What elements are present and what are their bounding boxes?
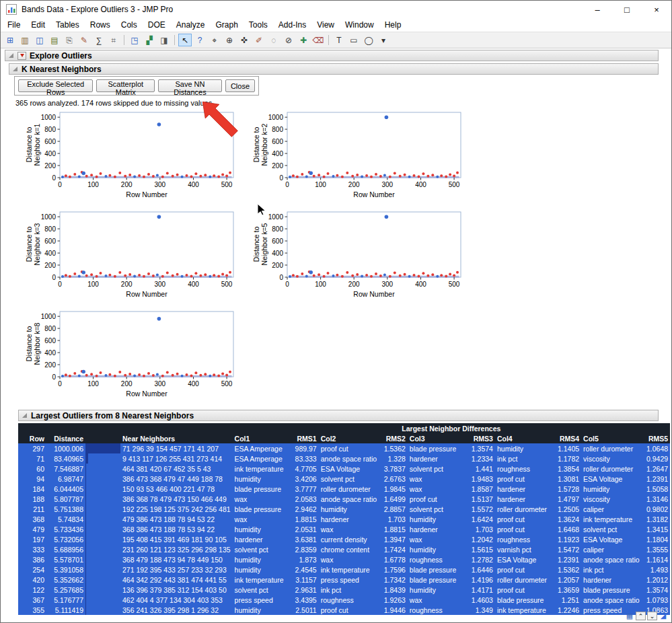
graph-builder-icon[interactable]: ◳: [128, 34, 141, 46]
selection-tool-icon[interactable]: ⊕: [223, 34, 236, 46]
window-list-icon[interactable]: ◨: [157, 34, 171, 46]
col-header-rms2[interactable]: RMS2: [382, 433, 408, 443]
menu-graph[interactable]: Graph: [210, 19, 243, 31]
table-row[interactable]: 7183.409659 413 117 126 255 431 273 414E…: [18, 453, 670, 464]
table-row[interactable]: 946.98747386 473 368 479 47 449 188 78hu…: [18, 474, 670, 484]
menu-cols[interactable]: Cols: [116, 19, 143, 31]
cell-rms5: 1.2012: [643, 575, 670, 585]
col-header-bar[interactable]: [85, 433, 120, 443]
svg-text:Distance to: Distance to: [25, 127, 33, 163]
table-row[interactable]: 3555.111419356 241 326 395 298 1 296 32h…: [18, 605, 670, 615]
knn-plot-k5[interactable]: Distance toNeighbor k=502004006008001000…: [248, 209, 470, 305]
svg-text:400: 400: [188, 380, 199, 388]
red-triangle-menu-icon[interactable]: [17, 52, 26, 60]
menu-view[interactable]: View: [311, 19, 340, 31]
open-icon[interactable]: ▥: [18, 34, 32, 46]
svg-text:600: 600: [44, 237, 56, 245]
save-icon[interactable]: ◫: [33, 34, 46, 46]
copy-icon[interactable]: ⎘: [63, 34, 76, 46]
save-nn-distances-button[interactable]: Save NN Distances: [158, 79, 222, 92]
svg-text:Neighbor k=8: Neighbor k=8: [33, 322, 41, 365]
table-row[interactable]: 2115.751388192 225 198 125 375 242 256 4…: [18, 504, 670, 514]
cell-rms1: 2.9631: [293, 585, 319, 595]
magnifier-tool-icon[interactable]: ⊘: [282, 34, 295, 46]
table-row[interactable]: 3865.578701368 479 188 473 94 78 449 150…: [18, 554, 670, 564]
grabber-tool-icon[interactable]: ✜: [237, 34, 251, 46]
menu-analyze[interactable]: Analyze: [171, 19, 211, 31]
col-header-rms3[interactable]: RMS3: [470, 433, 495, 443]
col-header-col1[interactable]: Col1: [233, 433, 293, 443]
menu-doe[interactable]: DOE: [143, 19, 171, 31]
formula-icon[interactable]: ∑: [92, 34, 106, 46]
menu-addins[interactable]: Add-Ins: [273, 19, 311, 31]
disclosure-icon[interactable]: [22, 412, 28, 418]
col-header-rms5[interactable]: RMS5: [643, 433, 670, 443]
knn-plot-k3[interactable]: Distance toNeighbor k=302004006008001000…: [21, 209, 243, 305]
cell-row: 420: [18, 575, 46, 585]
text-annotate-tool-icon[interactable]: T: [332, 34, 346, 46]
col-header-distance[interactable]: Distance: [46, 433, 85, 443]
lock-icon[interactable]: ⌗: [107, 34, 120, 46]
col-header-near-neighbors[interactable]: Near Neighbors: [120, 433, 233, 443]
maximize-button[interactable]: □: [612, 1, 642, 18]
col-header-col3[interactable]: Col3: [408, 433, 470, 443]
scatterplot-matrix-button[interactable]: Scatterplot Matrix: [96, 79, 155, 92]
more-tools-icon[interactable]: ▾: [377, 34, 390, 46]
scroll-down-button[interactable]: ⌄: [647, 612, 657, 620]
table-row[interactable]: 3675.176777462 404 4 377 134 304 403 353…: [18, 595, 670, 605]
menu-help[interactable]: Help: [379, 19, 407, 31]
table-row[interactable]: 2971000.00671 296 39 154 457 171 41 207E…: [18, 443, 670, 453]
minimize-button[interactable]: –: [583, 1, 612, 18]
col-header-col5[interactable]: Col5: [581, 433, 643, 443]
menu-rows[interactable]: Rows: [85, 19, 116, 31]
cell-rms3: 1.4196: [470, 575, 495, 585]
scroll-up-button[interactable]: ⌃: [636, 612, 646, 620]
scribble-tool-icon[interactable]: ⌫: [311, 34, 325, 46]
cell-row: 297: [18, 443, 46, 453]
menu-edit[interactable]: Edit: [26, 19, 50, 31]
plus-tool-icon[interactable]: ✚: [297, 34, 310, 46]
table-row[interactable]: 1885.807787386 368 78 479 473 150 466 44…: [18, 494, 670, 504]
table-row[interactable]: 4205.352662464 342 292 443 381 474 441 5…: [18, 575, 670, 585]
brush-tool-icon[interactable]: ✐: [252, 34, 266, 46]
col-header-col2[interactable]: Col2: [319, 433, 382, 443]
resize-grip-icon[interactable]: ◢: [659, 612, 668, 620]
table-row[interactable]: 1846.044405150 93 53 466 400 221 47 78bl…: [18, 484, 670, 494]
cell-col5: viscosity: [581, 494, 643, 504]
table-row[interactable]: 607.546887464 381 420 67 452 35 5 43ink …: [18, 464, 670, 474]
annotate-icon[interactable]: ✎: [77, 34, 91, 46]
knn-plot-k2[interactable]: Distance toNeighbor k=202004006008001000…: [248, 110, 470, 205]
menu-file[interactable]: File: [2, 19, 26, 31]
cell-rms2: 1.703: [382, 514, 408, 524]
disclosure-icon[interactable]: [8, 52, 14, 59]
arrow-tool-icon[interactable]: ↖: [178, 34, 192, 46]
close-button[interactable]: Close: [225, 79, 255, 92]
rect-annotate-tool-icon[interactable]: ▭: [347, 34, 361, 46]
table-row[interactable]: 4795.733436368 386 473 188 78 53 94 22hu…: [18, 524, 670, 534]
exclude-selected-rows-button[interactable]: Exclude Selected Rows: [18, 79, 93, 92]
plot-canvas-k2: Distance toNeighbor k=202004006008001000…: [248, 110, 470, 205]
menu-window[interactable]: Window: [340, 19, 379, 31]
col-header-row[interactable]: Row: [18, 433, 46, 443]
disclosure-icon[interactable]: [12, 66, 18, 72]
data-filter-icon[interactable]: ▞: [143, 34, 156, 46]
table-row[interactable]: 1975.732056195 408 415 391 469 181 90 10…: [18, 534, 670, 544]
menu-tools[interactable]: Tools: [244, 19, 273, 31]
table-row[interactable]: 2545.391058271 192 395 433 257 233 32 29…: [18, 564, 670, 575]
close-button[interactable]: ×: [642, 1, 671, 18]
col-header-col4[interactable]: Col4: [495, 433, 556, 443]
lasso-tool-icon[interactable]: ◌: [267, 34, 281, 46]
crosshair-tool-icon[interactable]: ⌖: [208, 34, 221, 46]
menu-tables[interactable]: Tables: [50, 19, 85, 31]
table-row[interactable]: 3335.688956231 260 121 123 325 296 298 1…: [18, 544, 670, 554]
oval-annotate-tool-icon[interactable]: ◯: [362, 34, 375, 46]
knn-plot-k8[interactable]: Distance toNeighbor k=802004006008001000…: [21, 309, 243, 404]
table-row[interactable]: 3685.74834479 386 473 188 78 94 53 22wax…: [18, 514, 670, 524]
col-header-rms1[interactable]: RMS1: [293, 433, 319, 443]
cell-rms4: 1.1923: [556, 534, 581, 544]
journal-icon[interactable]: ▤: [48, 34, 61, 46]
new-data-table-icon[interactable]: ⊞: [3, 34, 17, 46]
col-header-rms4[interactable]: RMS4: [556, 433, 581, 443]
table-row[interactable]: 1225.257685136 396 379 385 312 154 403 5…: [18, 585, 670, 595]
help-tool-icon[interactable]: ?: [193, 34, 207, 46]
